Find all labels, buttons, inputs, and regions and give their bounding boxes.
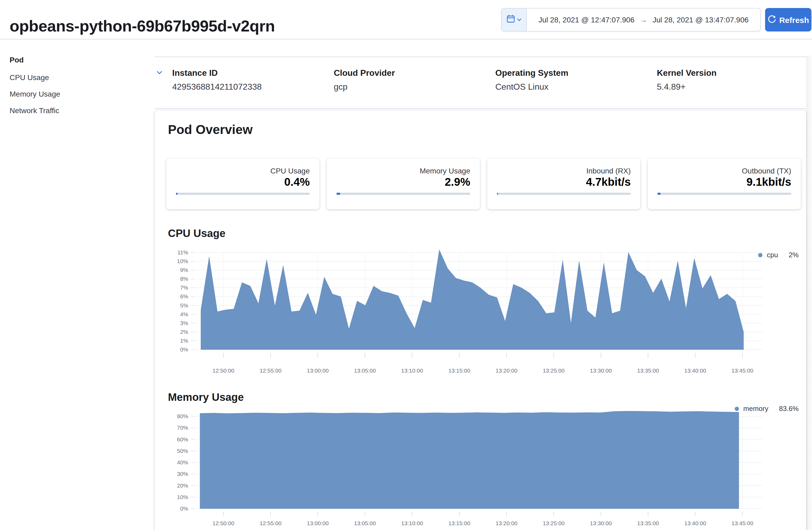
x-axis-tick-label: 13:30:00: [590, 520, 612, 526]
y-axis-tick-label: 30%: [177, 471, 188, 477]
x-axis-tick-label: 13:40:00: [684, 520, 706, 526]
x-axis-tick-label: 12:50:00: [213, 367, 234, 374]
pod-overview-title: Pod Overview: [168, 122, 252, 137]
metadata-field-kernel-version: Kernel Version 5.4.89+: [657, 68, 811, 92]
x-axis-tick-label: 13:45:00: [731, 520, 753, 526]
date-picker-quick-menu-button[interactable]: [502, 9, 527, 31]
metric-card-label: Outbound (TX): [657, 167, 791, 175]
y-axis-tick-label: 3%: [180, 320, 188, 326]
metric-card-inbound-rx: Inbound (RX) 4.7kbit/s: [487, 158, 640, 209]
page-title: opbeans-python-69b67b995d-v2qrn: [10, 17, 275, 35]
metric-card-label: Memory Usage: [336, 167, 470, 175]
cpu-usage-chart[interactable]: cpu 2% 12:50:0012:55:0013:00:0013:05:001…: [155, 247, 806, 378]
metadata-value: 4295368814211072338: [172, 82, 327, 92]
x-axis-tick-label: 13:25:00: [543, 520, 565, 526]
metadata-field-operating-system: Operating System CentOS Linux: [495, 68, 650, 92]
metric-card-label: Inbound (RX): [497, 167, 631, 175]
cpu-section-title: CPU Usage: [168, 227, 226, 240]
refresh-icon: [768, 15, 775, 25]
x-axis-tick-label: 13:20:00: [496, 367, 518, 374]
metadata-label: Instance ID: [172, 68, 327, 78]
y-axis-tick-label: 8%: [180, 276, 188, 282]
metric-card-outbound-tx: Outbound (TX) 9.1kbit/s: [648, 158, 801, 209]
cpu-area-series: [201, 250, 744, 350]
x-axis-tick-label: 13:45:00: [731, 367, 753, 374]
refresh-button[interactable]: Refresh: [765, 8, 811, 31]
metric-card-memory-usage: Memory Usage 2.9%: [327, 158, 480, 209]
refresh-label: Refresh: [779, 15, 809, 24]
metadata-label: Kernel Version: [657, 68, 811, 78]
y-axis-tick-label: 40%: [177, 459, 188, 465]
metric-progress-fill: [497, 193, 498, 195]
memory-chart-canvas: 12:50:0012:55:0013:00:0013:05:0013:10:00…: [155, 399, 806, 530]
metadata-value: gcp: [334, 82, 488, 92]
y-axis-tick-label: 2%: [180, 329, 188, 335]
metric-card-label: CPU Usage: [176, 167, 310, 175]
metadata-value: 5.4.89+: [657, 82, 811, 92]
date-range: Jul 28, 2021 @ 12:47:07.906 → Jul 28, 20…: [527, 9, 760, 31]
sidebar-item-memory-usage[interactable]: Memory Usage: [10, 90, 137, 98]
metric-card-value: 4.7kbit/s: [497, 176, 631, 189]
sidebar-item-network-traffic[interactable]: Network Traffic: [10, 106, 137, 115]
metric-progress-track: [497, 193, 631, 195]
y-axis-tick-label: 7%: [180, 284, 188, 291]
x-axis-tick-label: 13:40:00: [684, 367, 706, 374]
metric-progress-fill: [176, 193, 178, 195]
metadata-label: Cloud Provider: [334, 68, 488, 78]
y-axis-tick-label: 1%: [180, 338, 188, 344]
x-axis-tick-label: 13:00:00: [307, 367, 329, 374]
date-range-arrow-icon: →: [640, 15, 647, 24]
metric-card-value: 0.4%: [176, 176, 310, 189]
sidebar-heading: Pod: [10, 56, 137, 64]
y-axis-tick-label: 11%: [177, 249, 188, 255]
y-axis-tick-label: 10%: [177, 494, 188, 500]
y-axis-tick-label: 50%: [177, 448, 188, 454]
metric-progress-fill: [657, 193, 661, 195]
cpu-chart-canvas: 12:50:0012:55:0013:00:0013:05:0013:10:00…: [155, 247, 806, 378]
metric-progress-track: [176, 193, 310, 195]
metric-progress-track: [657, 193, 791, 195]
metadata-collapse-chevron-down-icon[interactable]: [156, 69, 163, 79]
header-divider: [0, 39, 812, 40]
panel-edge-shadow: [806, 56, 812, 530]
y-axis-tick-label: 20%: [177, 483, 188, 489]
x-axis-tick-label: 13:00:00: [307, 520, 329, 526]
metric-cards-row: CPU Usage 0.4% Memory Usage 2.9% Inbound…: [166, 158, 801, 209]
metadata-field-instance-id: Instance ID 4295368814211072338: [172, 68, 327, 92]
x-axis-tick-label: 13:15:00: [448, 520, 470, 526]
sidebar: Pod CPU Usage Memory Usage Network Traff…: [10, 56, 137, 123]
x-axis-tick-label: 13:25:00: [543, 367, 565, 374]
date-range-end[interactable]: Jul 28, 2021 @ 13:47:07.906: [653, 15, 749, 24]
y-axis-tick-label: 9%: [180, 267, 188, 273]
y-axis-tick-label: 5%: [180, 302, 188, 308]
metric-progress-track: [336, 193, 470, 195]
x-axis-tick-label: 12:55:00: [260, 520, 281, 526]
x-axis-tick-label: 12:50:00: [213, 520, 234, 526]
metric-card-value: 2.9%: [336, 176, 470, 189]
metadata-top-border: [155, 57, 806, 57]
sidebar-item-cpu-usage[interactable]: CPU Usage: [10, 73, 137, 82]
metadata-value: CentOS Linux: [495, 82, 650, 92]
x-axis-tick-label: 13:05:00: [354, 520, 376, 526]
metric-progress-fill: [336, 193, 340, 195]
metric-card-value: 9.1kbit/s: [657, 176, 791, 189]
metadata-field-cloud-provider: Cloud Provider gcp: [334, 68, 488, 92]
metadata-label: Operating System: [495, 68, 650, 78]
date-range-start[interactable]: Jul 28, 2021 @ 12:47:07.906: [538, 15, 635, 24]
y-axis-tick-label: 6%: [180, 293, 188, 299]
date-picker[interactable]: Jul 28, 2021 @ 12:47:07.906 → Jul 28, 20…: [501, 8, 761, 31]
metric-card-cpu-usage: CPU Usage 0.4%: [166, 158, 319, 209]
y-axis-tick-label: 60%: [177, 436, 188, 443]
y-axis-tick-label: 4%: [180, 311, 188, 317]
y-axis-tick-label: 10%: [177, 258, 188, 264]
memory-usage-chart[interactable]: memory 83.6% 12:50:0012:55:0013:00:0013:…: [155, 399, 806, 530]
calendar-icon: [506, 14, 515, 25]
y-axis-tick-label: 0%: [180, 346, 188, 352]
x-axis-tick-label: 13:05:00: [354, 367, 376, 374]
memory-area-series: [200, 411, 739, 508]
y-axis-tick-label: 80%: [177, 413, 188, 419]
x-axis-tick-label: 13:35:00: [637, 520, 659, 526]
x-axis-tick-label: 13:10:00: [401, 367, 423, 374]
y-axis-tick-label: 0%: [180, 505, 188, 512]
metadata-bottom-border: [155, 108, 806, 109]
